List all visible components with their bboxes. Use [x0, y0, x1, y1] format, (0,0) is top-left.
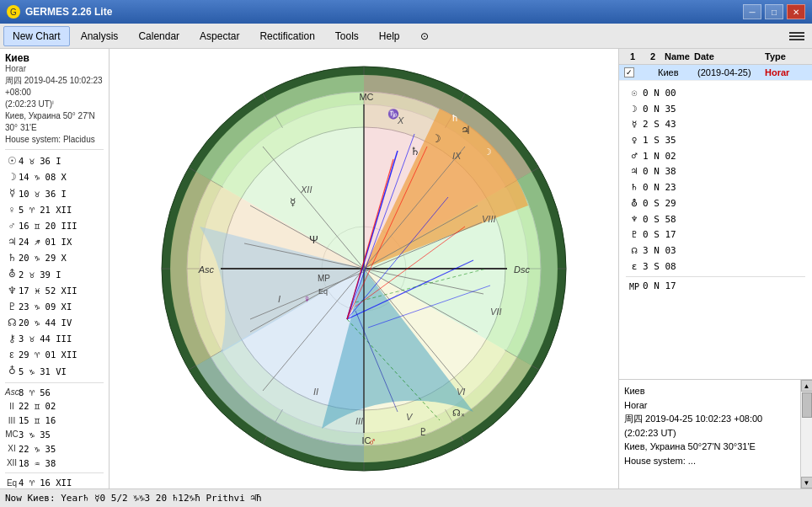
rp-pluto-data: 0 S 17	[643, 227, 805, 243]
rp-uranus-symbol: ⛢	[626, 196, 643, 212]
scroll-track	[801, 392, 813, 477]
row-date: (2019-04-25)	[697, 67, 765, 77]
cusp-asc: Asc 8 ♈ 56	[5, 386, 104, 400]
chart-checkbox[interactable]: ✓	[624, 67, 634, 77]
astro-chart-svg[interactable]: Asc Dsc MC IC Vx XII I II III V VI VII V…	[153, 58, 574, 479]
rp-venus-data: 1 S 35	[643, 133, 805, 149]
menu-analysis[interactable]: Analysis	[72, 26, 128, 46]
app-title: GERMES 2.26 Lite	[25, 6, 112, 18]
rp-saturn: ♄ 0 N 23	[626, 180, 805, 196]
scroll-thumb[interactable]	[802, 392, 812, 418]
uranus-symbol: ⛢	[5, 266, 19, 282]
right-bottom-text: Киев Horar 周四 2019-04-25 10:02:23 +08:00…	[619, 380, 800, 488]
rp-ep: ε 3 S 08	[626, 259, 805, 275]
menu-help[interactable]: Help	[370, 26, 409, 46]
chart-table-header: 1 2 Name Date Type	[619, 49, 812, 65]
chart-house-system: House system: Placidus	[5, 134, 104, 146]
svg-text:☽: ☽	[483, 147, 492, 157]
node-data: 20 ♑ 44 IV	[19, 316, 104, 330]
rp-node-symbol: ☊	[626, 243, 643, 259]
title-bar-controls: ─ □ ✕	[743, 4, 805, 19]
cusp-12: XII 18 ♒ 38	[5, 456, 104, 471]
menu-calendar[interactable]: Calendar	[129, 26, 189, 46]
moon-symbol: ☽	[5, 169, 19, 185]
cusp3-label: III	[5, 414, 19, 428]
rp-mercury: ☿ 2 S 43	[626, 117, 805, 133]
earth-symbol: ♁	[5, 363, 19, 379]
maximize-button[interactable]: □	[765, 4, 783, 19]
rb-line1: Киев	[624, 384, 795, 398]
pluto-data: 23 ♑ 09 XI	[19, 300, 104, 314]
planet-row-moon: ☽ 14 ♑ 08 X	[5, 169, 104, 185]
rp-jupiter-symbol: ♃	[626, 164, 643, 180]
svg-text:XII: XII	[300, 184, 312, 195]
menu-bar: New Chart Analysis Calendar Aspectar Rec…	[0, 24, 812, 49]
rp-sun-data: 0 N 00	[643, 86, 805, 102]
cusp11-data: 22 ♑ 35	[19, 442, 104, 456]
left-panel: Киев Horar 周四 2019-04-25 10:02:23 +08:00…	[0, 49, 110, 488]
rp-sun: ☉ 0 N 00	[626, 86, 805, 102]
svg-text:Asc: Asc	[198, 264, 215, 275]
mc-data: 3 ♑ 35	[19, 428, 104, 442]
scroll-up-button[interactable]: ▲	[801, 380, 813, 392]
rp-ep-data: 3 S 08	[643, 259, 805, 275]
close-button[interactable]: ✕	[787, 4, 805, 19]
cusp2-label: II	[5, 400, 19, 414]
rb-line4: (2:02:23 UT)	[624, 426, 795, 440]
mercury-data: 10 ♉ 36 I	[19, 187, 104, 201]
planet-row-mars: ♂ 16 ♊ 20 III	[5, 218, 104, 234]
title-bar-left: G GERMES 2.26 Lite	[7, 5, 112, 19]
venus-symbol: ♀	[5, 202, 19, 218]
col-header-2: 2	[644, 51, 661, 61]
svg-text:♃: ♃	[461, 124, 471, 136]
planet-row-sun: ☉ 4 ♉ 36 I	[5, 153, 104, 169]
col-header-type: Type	[765, 51, 807, 61]
planet-row-venus: ♀ 5 ♈ 21 XII	[5, 202, 104, 218]
minimize-button[interactable]: ─	[743, 4, 761, 19]
mercury-symbol: ☿	[5, 185, 19, 201]
chart-meta-ut: (2:02:23 UT)ᴵ	[5, 99, 104, 110]
svg-text:☊ₓ: ☊ₓ	[452, 408, 465, 418]
scrollbar: ▲ ▼	[800, 380, 812, 488]
rb-line2: Horar	[624, 398, 795, 413]
chart-subtitle: Horar	[5, 64, 104, 73]
row-type: Horar	[765, 67, 807, 77]
main-area: Киев Horar 周四 2019-04-25 10:02:23 +08:00…	[0, 49, 812, 488]
status-text: Now Киев: Year♄ ☿0 5/2 ♑♑3 20 ♄12♑ħ Prit…	[5, 493, 262, 504]
svg-text:☽: ☽	[431, 132, 441, 145]
planet-row-earth: ♁ 5 ♑ 31 VI	[5, 363, 104, 379]
mc-label: MC	[5, 428, 19, 441]
svg-text:♄: ♄	[410, 145, 420, 157]
svg-text:VI: VI	[457, 387, 465, 397]
planet-row-node: ☊ 20 ♑ 44 IV	[5, 315, 104, 331]
rp-mercury-data: 2 S 43	[643, 117, 805, 133]
col-header-1: 1	[624, 51, 641, 61]
planet-row-ep: ε 29 ♈ 01 XII	[5, 347, 104, 363]
scroll-down-button[interactable]: ▼	[801, 477, 813, 488]
rp-saturn-data: 0 N 23	[643, 180, 805, 196]
menu-tools[interactable]: Tools	[326, 26, 368, 46]
rp-venus-symbol: ♀	[626, 133, 643, 149]
row-checkbox[interactable]: ✓	[624, 67, 641, 77]
rp-moon: ☽ 0 N 35	[626, 102, 805, 118]
rp-mars-data: 1 N 02	[643, 149, 805, 165]
rp-jupiter: ♃ 0 N 38	[626, 164, 805, 180]
chart-area: Asc Dsc MC IC Vx XII I II III V VI VII V…	[110, 49, 618, 488]
chart-table-row[interactable]: ✓ Киев (2019-04-25) Horar	[619, 65, 812, 81]
menu-rectification[interactable]: Rectification	[250, 26, 323, 46]
rp-moon-symbol: ☽	[626, 102, 643, 118]
eq-row: Eq 4 ♈ 16 XII	[5, 476, 104, 488]
saturn-symbol: ♄	[5, 250, 19, 266]
svg-text:♂: ♂	[368, 435, 377, 448]
rp-mars-symbol: ♂	[626, 149, 643, 165]
menu-aspectar[interactable]: Aspectar	[190, 26, 248, 46]
svg-text:♀: ♀	[303, 293, 311, 305]
right-panel: 1 2 Name Date Type ✓ Киев (2019-04-25) H…	[618, 49, 812, 488]
svg-text:♇: ♇	[419, 426, 428, 438]
menu-clock[interactable]: ⊙	[411, 26, 438, 46]
saturn-data: 20 ♑ 29 X	[19, 251, 104, 265]
cusp12-data: 18 ♒ 38	[19, 456, 104, 471]
panel-toggle-button[interactable]	[785, 25, 809, 47]
menu-new-chart[interactable]: New Chart	[3, 26, 70, 46]
sun-symbol: ☉	[5, 153, 19, 169]
